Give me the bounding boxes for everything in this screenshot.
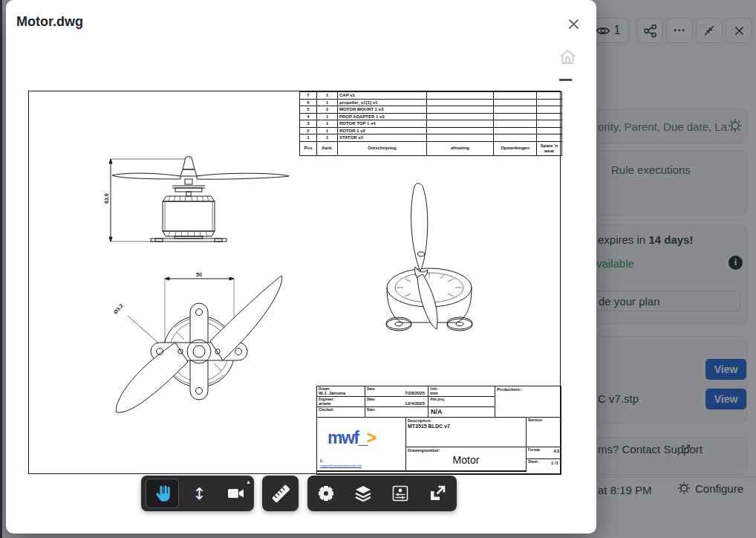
close-icon (567, 17, 581, 31)
isometric-view-drawing (356, 179, 508, 337)
height-dimension: 63.6 (104, 193, 109, 204)
home-view-button[interactable] (558, 49, 576, 65)
fullscreen-button[interactable] (419, 476, 456, 511)
vertical-arrows-icon: ↕ (192, 484, 206, 503)
caret-up-icon: ▲ (246, 479, 251, 484)
table-row: 31ROTOR TOP 1 v4 (300, 120, 562, 128)
fit-height-button[interactable]: ↕ (181, 476, 218, 511)
toolbar-measure-group (262, 476, 299, 511)
gear-icon (316, 484, 336, 503)
side-view-drawing: 63.6 (103, 153, 293, 248)
parts-table: 71CAP v1 61propeller_v1[1] v1 51MOTOR MO… (299, 91, 562, 156)
settings-tool-button[interactable] (307, 476, 345, 511)
company-logo: mwf_> E. support@movethatforward.com (317, 418, 406, 471)
toolbar-navigation-group: ↕ ▲ (141, 476, 254, 511)
table-row: 71CAP v1 (300, 92, 562, 100)
render-options-button[interactable] (382, 476, 419, 511)
display-settings-icon (391, 484, 409, 502)
table-row: 61propeller_v1[1] v1 (300, 99, 562, 106)
ruler-icon (268, 481, 293, 506)
home-icon (559, 49, 576, 65)
layers-tool-button[interactable] (345, 476, 382, 511)
measure-tool-button[interactable] (262, 476, 299, 511)
width-dimension: 50 (196, 272, 202, 277)
dwg-viewer-canvas[interactable]: 71CAP v1 61propeller_v1[1] v1 51MOTOR MO… (28, 91, 561, 474)
pan-tool-button[interactable] (146, 479, 179, 508)
toolbar-display-group (307, 476, 457, 511)
camera-icon (227, 486, 245, 501)
view-toolbar-collapse[interactable]: — (559, 79, 572, 81)
hole-diameter-dimension: Ø3.2 (113, 303, 124, 315)
drawing-number: Motor (406, 454, 526, 466)
modal-close-button[interactable] (564, 16, 582, 34)
table-row: 11STATOR v2 (300, 134, 562, 142)
file-preview-modal: Motor.dwg — 71CAP v1 61propeller_v1[1] v… (6, 0, 596, 534)
hand-pan-icon (153, 484, 172, 503)
title-block: Drawn: W.J. Jansma Date: 7/28/2025 Unit:… (316, 386, 561, 475)
table-row: 41PROP ADAPTER 1 v3 (300, 113, 562, 120)
camera-views-button[interactable]: ▲ (218, 476, 254, 511)
top-view-drawing: 50 Ø3.2 (105, 270, 290, 417)
modal-title: Motor.dwg (16, 14, 83, 30)
table-header-row: PosAant. Omschrijvingafmeting Opmerkinge… (300, 141, 562, 155)
table-row: 21ROTOR 1 v2 (300, 127, 562, 134)
expand-icon (428, 484, 446, 502)
layers-icon (354, 484, 372, 502)
table-row: 51MOTOR MOUNT 1 v3 (300, 106, 562, 114)
